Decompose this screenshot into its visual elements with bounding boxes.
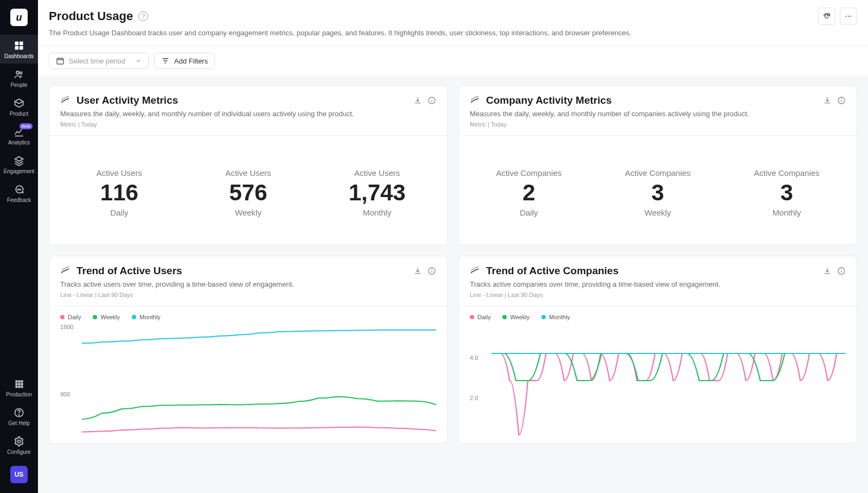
configure-icon (14, 436, 24, 447)
info-icon[interactable] (837, 96, 846, 105)
info-icon[interactable] (427, 267, 436, 275)
svg-point-4 (16, 71, 19, 74)
sidebar-item-label: People (10, 82, 27, 88)
download-icon[interactable] (823, 267, 832, 275)
metric-label: Active Users (312, 168, 442, 178)
legend-dot-monthly (541, 315, 546, 319)
metric-value: 1,743 (312, 180, 442, 206)
legend-dot-monthly (132, 315, 136, 319)
metric-value: 116 (55, 180, 184, 206)
svg-rect-1 (20, 42, 23, 46)
metric-label: Active Companies (464, 168, 593, 178)
refresh-button[interactable] (818, 8, 835, 25)
sidebar-item-people[interactable]: People (0, 64, 38, 92)
legend-label: Monthly (549, 314, 570, 320)
time-period-placeholder: Select time period (69, 57, 125, 65)
help-tooltip-icon[interactable]: ? (138, 11, 148, 21)
legend-dot-weekly (502, 315, 507, 319)
more-horizontal-icon (844, 12, 853, 21)
toolbar: Select time period Add Filters (38, 46, 868, 75)
sidebar-item-label: Get Help (8, 420, 29, 426)
sidebar-item-label: Product (10, 111, 28, 117)
more-button[interactable] (840, 8, 857, 25)
y-tick: 4.0 (470, 355, 478, 361)
metrics-body: Active Companies 2 Daily Active Companie… (459, 136, 857, 244)
sidebar-item-engagement[interactable]: Engagement (0, 150, 38, 179)
page-subtitle: The Product Usage Dashboard tracks user … (49, 28, 857, 38)
content: User Activity Metrics Measures the daily… (38, 75, 868, 493)
svg-rect-10 (18, 380, 20, 382)
sidebar-item-feedback[interactable]: Feedback (0, 179, 38, 207)
metric-period: Monthly (312, 208, 442, 217)
app-logo[interactable]: u (10, 9, 28, 26)
svg-rect-17 (21, 385, 23, 388)
legend-label: Weekly (510, 314, 529, 320)
metric-weekly: Active Companies 3 Weekly (593, 168, 723, 217)
sidebar-item-label: Configure (7, 449, 30, 455)
legend-dot-daily (470, 315, 474, 319)
legend-dot-daily (60, 315, 65, 319)
metric-period: Weekly (593, 208, 723, 217)
chart-area: 1800 900 (60, 324, 436, 438)
add-filters-button[interactable]: Add Filters (154, 53, 215, 69)
chart-svg (82, 324, 436, 438)
avatar[interactable]: US (10, 466, 28, 483)
engagement-icon (14, 155, 24, 166)
chart-icon (60, 266, 71, 276)
chart-legend: Daily Weekly Monthly (60, 314, 436, 320)
svg-point-22 (848, 16, 849, 17)
sidebar-item-analytics[interactable]: Beta Analytics (0, 121, 38, 150)
y-tick: 1800 (60, 324, 73, 330)
chart-icon (60, 95, 71, 106)
info-icon[interactable] (837, 267, 846, 275)
svg-rect-16 (18, 385, 20, 388)
metric-monthly: Active Companies 3 Monthly (722, 168, 851, 217)
chart-icon (470, 266, 481, 276)
metric-value: 2 (464, 180, 593, 206)
sidebar-item-dashboards[interactable]: Dashboards (0, 35, 38, 64)
legend-label: Weekly (100, 314, 120, 320)
calendar-icon (56, 56, 65, 65)
svg-point-8 (20, 189, 21, 189)
metric-period: Monthly (722, 208, 851, 217)
time-period-select[interactable]: Select time period (49, 53, 149, 69)
card-meta: Line - Linear | Last 90 Days (60, 292, 436, 298)
card-trend-users: Trend of Active Users Tracks active user… (49, 256, 448, 444)
card-description: Measures the daily, weekly, and monthly … (60, 110, 436, 118)
help-icon (14, 407, 24, 418)
metric-weekly: Active Users 576 Weekly (184, 168, 313, 217)
card-description: Tracks active users over time, providing… (60, 280, 436, 288)
sidebar-item-get-help[interactable]: Get Help (0, 402, 38, 431)
card-meta: Line - Linear | Last 90 Days (470, 292, 846, 298)
sidebar-item-configure[interactable]: Configure (0, 431, 38, 459)
card-title: Trend of Active Users (76, 265, 182, 277)
svg-point-5 (20, 72, 22, 74)
svg-point-7 (18, 189, 19, 189)
metric-value: 3 (593, 180, 723, 206)
card-user-activity-metrics: User Activity Metrics Measures the daily… (49, 85, 448, 245)
card-title: User Activity Metrics (76, 94, 178, 106)
metric-value: 576 (184, 180, 313, 206)
download-icon[interactable] (413, 267, 422, 275)
metrics-body: Active Users 116 Daily Active Users 576 … (49, 136, 447, 244)
legend-label: Monthly (139, 314, 161, 320)
card-trend-companies: Trend of Active Companies Tracks active … (458, 256, 857, 444)
sidebar-item-production[interactable]: Production (0, 373, 38, 402)
svg-point-23 (850, 16, 851, 17)
svg-rect-0 (15, 42, 19, 46)
svg-rect-24 (57, 59, 63, 65)
download-icon[interactable] (823, 96, 832, 105)
feedback-icon (14, 184, 24, 195)
chart-svg (492, 324, 846, 438)
download-icon[interactable] (413, 96, 422, 105)
production-icon (14, 378, 24, 389)
info-icon[interactable] (427, 96, 436, 105)
beta-badge: Beta (20, 123, 33, 129)
sidebar-item-product[interactable]: Product (0, 92, 38, 121)
svg-rect-15 (15, 385, 17, 388)
metric-period: Daily (464, 208, 593, 217)
svg-point-20 (18, 440, 21, 443)
metric-daily: Active Users 116 Daily (55, 168, 184, 217)
chart-area: 4.0 2.0 (470, 324, 846, 438)
metric-label: Active Companies (722, 168, 851, 178)
